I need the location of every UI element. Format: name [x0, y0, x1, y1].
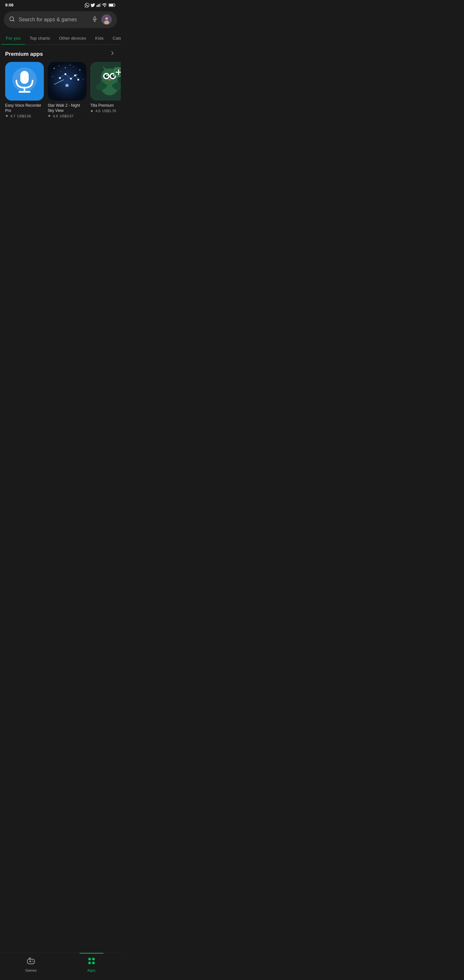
svg-point-37: [74, 75, 76, 76]
app-icon-starwalk: [48, 62, 86, 100]
app-rating: 4.6: [95, 109, 100, 113]
svg-point-51: [111, 74, 115, 78]
svg-point-72: [32, 961, 33, 961]
mic-icon[interactable]: [92, 16, 98, 24]
search-input[interactable]: Search for apps & games: [19, 17, 88, 22]
svg-point-29: [70, 65, 71, 65]
whatsapp-icon: [85, 3, 89, 7]
svg-rect-2: [99, 3, 100, 6]
svg-point-35: [64, 73, 67, 75]
app-rating-row: ★ 4.4 US$3.67: [48, 114, 73, 118]
svg-point-26: [76, 75, 77, 75]
nav-item-games-label: Games: [25, 968, 37, 972]
app-name: Star Walk 2 - Night Sky View: [48, 103, 86, 113]
svg-line-7: [13, 20, 14, 21]
more-arrow-icon[interactable]: [109, 50, 116, 58]
battery-icon: [109, 3, 116, 7]
svg-rect-16: [20, 71, 29, 84]
svg-point-24: [79, 70, 81, 71]
svg-rect-3: [100, 3, 100, 7]
tab-other-devices[interactable]: Other devices: [54, 32, 91, 45]
tab-categories[interactable]: Categories: [108, 32, 121, 45]
svg-point-12: [105, 17, 108, 20]
svg-rect-0: [97, 5, 97, 7]
apps-icon: [87, 957, 96, 967]
list-item[interactable]: Tilla Premium ★ 4.6 US$1.76: [90, 62, 121, 118]
tab-for-you[interactable]: For you: [1, 32, 25, 45]
app-rating: 4.7: [10, 114, 15, 118]
status-time: 9:06: [5, 3, 14, 7]
svg-point-36: [70, 78, 72, 80]
status-bar: 9:06: [0, 0, 121, 9]
main-content: Premium apps: [0, 45, 121, 123]
app-price: US$3.67: [60, 114, 73, 118]
tab-kids[interactable]: Kids: [91, 32, 108, 45]
svg-rect-1: [98, 5, 98, 7]
list-item[interactable]: Easy Voice Recorder Pro ★ 4.7 US$3.56: [5, 62, 44, 118]
svg-point-25: [52, 76, 53, 77]
signal-icon: [96, 3, 101, 7]
app-name: Tilla Premium: [90, 103, 121, 108]
svg-point-73: [33, 961, 33, 962]
search-icon: [9, 16, 15, 24]
svg-point-20: [54, 68, 55, 69]
app-price: US$1.76: [102, 109, 116, 113]
svg-point-34: [59, 77, 61, 79]
svg-rect-76: [88, 962, 91, 964]
section-header: Premium apps: [0, 50, 121, 62]
twitter-icon: [91, 3, 95, 7]
nav-item-apps-label: Apps: [87, 968, 95, 972]
status-icons: [85, 3, 116, 7]
svg-rect-8: [94, 16, 96, 19]
svg-point-21: [59, 65, 59, 66]
svg-rect-5: [109, 4, 113, 6]
svg-point-53: [113, 75, 114, 76]
svg-rect-74: [88, 958, 91, 960]
games-icon: [27, 957, 35, 967]
app-name: Easy Voice Recorder Pro: [5, 103, 44, 113]
bottom-nav: Games Apps: [0, 953, 121, 980]
list-item[interactable]: Star Walk 2 - Night Sky View ★ 4.4 US$3.…: [48, 62, 86, 118]
tab-top-charts[interactable]: Top charts: [25, 32, 54, 45]
svg-point-27: [83, 79, 83, 80]
svg-point-38: [77, 79, 79, 81]
app-price: US$3.56: [17, 114, 31, 118]
svg-point-22: [65, 67, 66, 68]
section-title: Premium apps: [5, 51, 43, 57]
apps-row: Easy Voice Recorder Pro ★ 4.7 US$3.56: [0, 62, 121, 118]
app-icon-tilla: [90, 62, 121, 100]
svg-point-52: [106, 75, 108, 76]
wifi-icon: [102, 3, 107, 7]
app-rating-row: ★ 4.7 US$3.56: [5, 114, 31, 118]
app-rating: 4.4: [53, 114, 58, 118]
nav-item-games[interactable]: Games: [17, 956, 44, 974]
svg-rect-75: [92, 958, 95, 960]
nav-item-apps[interactable]: Apps: [79, 956, 103, 974]
svg-point-28: [60, 71, 61, 72]
app-rating-row: ★ 4.6 US$1.76: [90, 109, 116, 113]
user-avatar[interactable]: [102, 14, 112, 25]
search-bar[interactable]: Search for apps & games: [4, 11, 117, 28]
svg-rect-77: [92, 962, 95, 964]
svg-rect-19: [48, 62, 86, 100]
nav-tabs: For you Top charts Other devices Kids Ca…: [0, 32, 121, 45]
svg-point-50: [104, 74, 108, 78]
app-icon-voice: [5, 62, 44, 100]
svg-point-23: [73, 67, 74, 67]
